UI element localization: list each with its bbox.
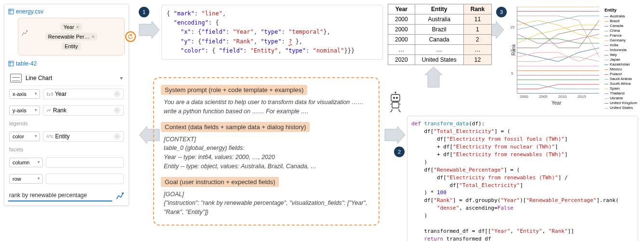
data-table: Year Entity Rank 2000Australia11 2000Bra… (388, 4, 492, 65)
svg-point-12 (395, 92, 396, 93)
chart-type-label: Line Chart (26, 75, 52, 81)
step-badge-3: 3 (496, 7, 507, 17)
spec-panel: energy.csv Year× Renewable Per…× Entity … (4, 4, 129, 206)
refresh-icon (128, 34, 133, 40)
file-link-energy[interactable]: energy.csv (8, 8, 125, 15)
legend-item: Mexico (605, 67, 641, 72)
file-name: table-42 (16, 60, 37, 67)
col-rank: Rank (463, 4, 491, 14)
color-field[interactable]: Aᴮc Entity × (43, 131, 124, 142)
chart-output: Rank Year 2000 2005 2010 2015 5 10 15 En… (508, 4, 641, 107)
legend-item: France (605, 33, 641, 38)
arrow-right-1 (137, 20, 160, 40)
row-input[interactable] (46, 174, 124, 184)
table-row: 2000Brazil1 (388, 25, 492, 35)
system-prompt-body: You are a data scientist to help user to… (161, 97, 372, 117)
svg-rect-0 (9, 9, 13, 14)
vega-spec-code: { "mark": "line", "encoding": { "x": {"f… (161, 5, 383, 60)
col-year: Year (388, 4, 415, 14)
field-chip-year[interactable]: Year× (61, 23, 82, 31)
legend-item: India (605, 43, 641, 48)
table-row: ……… (388, 45, 492, 55)
svg-point-7 (122, 192, 124, 194)
column-dropdown[interactable]: column (9, 158, 43, 167)
xaxis-field[interactable]: 1₂3 Year × (43, 89, 124, 99)
table-row: 2000Australia11 (388, 14, 492, 25)
clear-icon[interactable]: × (114, 133, 120, 140)
legend-item: Thailand (605, 91, 641, 96)
field-chip-renewable[interactable]: Renewable Per…× (45, 33, 98, 40)
xlabel: Year (552, 100, 561, 106)
step-badge-1: 1 (139, 7, 149, 17)
clear-icon[interactable]: × (114, 91, 120, 97)
goal-title: Goal (user instruction + expected fields… (161, 177, 279, 187)
field-chip-entity[interactable]: Entity (62, 42, 81, 50)
legend-item: Poland (605, 72, 641, 77)
clear-icon[interactable]: × (114, 107, 120, 114)
system-prompt-title: System prompt (role + code template + ex… (161, 85, 307, 95)
legend-item: Ukraine (605, 96, 641, 101)
legend-item: Brazil (605, 19, 641, 24)
xaxis-dropdown[interactable]: x-axis (9, 89, 40, 99)
table-row: 2000Canada2 (388, 35, 492, 45)
table-row: 2020United States12 (388, 55, 492, 65)
context-body: [CONTEXT] table_0 (global_energy) fields… (161, 134, 372, 172)
chart-type-selector[interactable]: Line Chart ▾ (8, 71, 125, 86)
step-badge-2: 2 (394, 147, 405, 157)
remove-icon[interactable]: × (92, 34, 94, 40)
facets-label: facets (8, 145, 34, 154)
refresh-button[interactable] (125, 31, 136, 42)
fields-box: Year× Renewable Per…× Entity (18, 18, 125, 55)
legend-item: Italy (605, 53, 641, 57)
legend-item: South Africa (605, 81, 641, 86)
svg-point-3 (26, 30, 28, 32)
derived-type-icon (46, 108, 51, 113)
string-type-icon: Aᴮc (46, 134, 53, 139)
legend-item: Germany (605, 38, 641, 43)
prompt-box: System prompt (role + code template + ex… (153, 77, 380, 226)
legend-item: Australia (605, 14, 641, 19)
chart-controls: Line Chart ▾ x-axis 1₂3 Year × y-axis Ra… (8, 71, 125, 201)
code-output: def transform_data(df): df["Total_Electr… (407, 116, 638, 241)
table-header-row: Year Entity Rank (388, 4, 492, 14)
chart-legend: Entity AustraliaBrazilCanadaChinaFranceG… (605, 8, 641, 110)
row-dropdown[interactable]: row (9, 174, 43, 184)
line-chart-icon (10, 74, 22, 82)
robot-icon (387, 92, 404, 114)
legends-label: legends (8, 119, 34, 128)
legend-item: Canada (605, 24, 641, 28)
legend-item: United States (605, 106, 641, 110)
legend-item: Saudi Arabia (605, 77, 641, 81)
column-input[interactable] (46, 157, 124, 168)
yaxis-dropdown[interactable]: y-axis (9, 106, 40, 115)
svg-point-10 (396, 97, 398, 99)
svg-rect-8 (391, 94, 400, 101)
chevron-down-icon: ▾ (120, 75, 123, 81)
legend-item: China (605, 28, 641, 33)
numeric-type-icon: 1₂3 (46, 92, 53, 96)
arrow-right-2 (383, 125, 406, 145)
legend-item: Indonesia (605, 48, 641, 53)
context-title: Context (data fields + sample data + dia… (161, 122, 310, 132)
file-link-table42[interactable]: table-42 (8, 60, 125, 67)
robot-arm-icon (21, 29, 29, 37)
yaxis-field[interactable]: Rank × (43, 105, 124, 116)
legend-item: Kazakhstan (605, 62, 641, 67)
color-dropdown[interactable]: color (9, 132, 40, 141)
legend-item: United Kingdom (605, 101, 641, 106)
arrow-up (424, 65, 443, 88)
table-icon (8, 9, 14, 14)
chart-plot-area (517, 7, 599, 94)
legend-item: Japan (605, 57, 641, 62)
col-entity: Entity (415, 4, 463, 14)
svg-point-9 (393, 97, 395, 99)
remove-icon[interactable]: × (76, 24, 79, 30)
goal-body: [GOAL] {"instruction": "rank by renewabl… (161, 189, 372, 218)
robot-arm-icon[interactable] (115, 191, 125, 201)
file-name: energy.csv (16, 8, 43, 15)
user-query-input[interactable]: rank by renewable percentage (8, 190, 112, 201)
legend-item: Spain (605, 86, 641, 91)
svg-rect-4 (9, 61, 13, 66)
svg-rect-13 (392, 102, 399, 108)
table-icon (8, 61, 14, 67)
